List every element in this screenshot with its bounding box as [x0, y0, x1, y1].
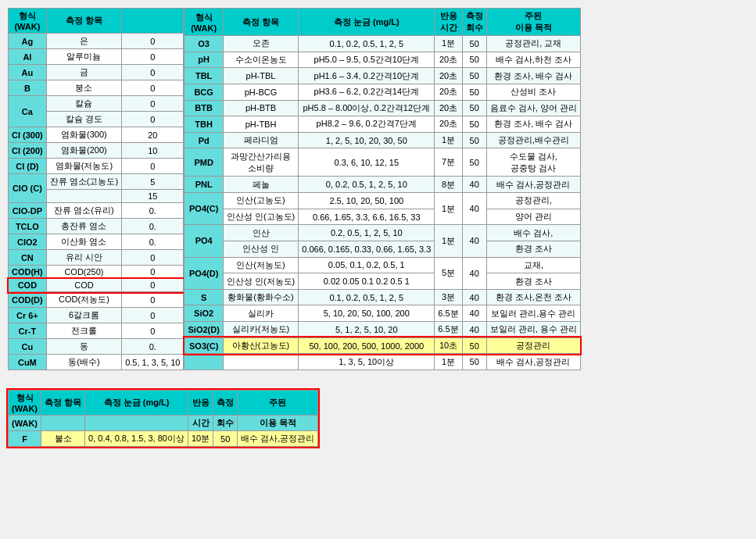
form-code: SO3(C) [185, 337, 223, 354]
purpose: 교재, [486, 257, 580, 273]
purpose: 환경 조사, 배수 검사 [486, 116, 580, 133]
measure-item: pH-BCG [223, 84, 298, 100]
form-code: COD(H) [9, 266, 47, 279]
bottom-header3: 측정 눈금 (mg/L) [85, 391, 188, 416]
form-code: Cr 6+ [9, 308, 47, 323]
measure-range: 0.066, 0.165, 0.33, 0.66, 1.65, 3.3 [299, 241, 435, 257]
table-row: PO4 인산 0.2, 0.5, 1, 2, 5, 10 1분 40 배수 검사… [185, 225, 580, 241]
bottom-subheader5: 회수 [213, 416, 238, 431]
bottom-header1: 형식(WAK) [9, 391, 41, 416]
purpose: 환경 조사, 배수 검사 [486, 68, 580, 84]
purpose: 공정관리 [486, 337, 580, 354]
form-code: PNL [185, 177, 223, 193]
bottom-header2: 측정 항목 [41, 391, 85, 416]
form-code: SiO2 [185, 305, 223, 322]
table-row: Pd 페라디엄 1, 2, 5, 10, 20, 30, 50 1분 50 공정… [185, 132, 580, 148]
bottom-table-row-highlighted: F 불소 0, 0.4, 0.8, 1.5, 3, 80이상 10분 50 배수… [9, 431, 318, 447]
purpose: 배수 검사,하천 조사 [486, 52, 580, 68]
measure-val: 15 [122, 190, 184, 203]
purpose: 양어 관리 [486, 209, 580, 225]
measure-val: 0 [122, 96, 184, 112]
measure-range: pH8.2 – 9.6, 0.2간격7단계 [299, 116, 435, 133]
form-code: COD [9, 279, 47, 292]
form-code: PO4 [185, 225, 223, 257]
measure-val: 0.5, 1, 3, 5, 10 [122, 355, 184, 370]
react-time: 20초 [435, 84, 462, 100]
table-row: O3 오존 0.1, 0.2, 0.5, 1, 2, 5 1분 50 공정관리,… [185, 36, 580, 52]
form-code: PO4(C) [185, 193, 223, 225]
bottom-header4: 반응 [188, 391, 213, 416]
measure-item: 인산성 인(고농도) [223, 209, 298, 225]
measure-item: 금 [46, 65, 121, 80]
measure-val: 0 [122, 266, 184, 279]
measure-count: 40 [462, 305, 486, 322]
react-time: 10초 [435, 337, 462, 354]
measure-count: 50 [462, 116, 486, 133]
measure-item: COD(250) [46, 266, 121, 279]
measure-count: 40 [462, 257, 486, 289]
measure-range: 1, 2, 5, 10, 20, 30, 50 [299, 132, 435, 148]
measure-val: 0 [122, 292, 184, 308]
measure-item [223, 354, 298, 370]
measure-item: 인산 [223, 225, 298, 241]
measure-item: 염화물(저농도) [46, 159, 121, 174]
react-time: 1분 [435, 193, 462, 225]
measure-item: 은 [46, 34, 121, 49]
table-row: Al 알루미늄 0 [9, 49, 184, 65]
measure-count: 50 [462, 36, 486, 52]
bottom-subheader3 [85, 416, 188, 431]
form-code: CI (200) [9, 143, 47, 159]
purpose: 배수 검사,공정관리 [238, 431, 318, 447]
measure-count: 50 [462, 132, 486, 148]
react-time: 20초 [435, 68, 462, 84]
measure-item: 인산(고농도) [223, 193, 298, 209]
purpose: 배수 검사, [486, 225, 580, 241]
measure-item: 페라디엄 [223, 132, 298, 148]
measure-val: 0. [122, 234, 184, 250]
form-code: O3 [185, 36, 223, 52]
measure-val: 0 [122, 159, 184, 174]
measure-item: 잔류 염소(고농도) [46, 174, 121, 190]
table-row: CIO2 이산화 염소 0. [9, 234, 184, 250]
react-time: 7분 [435, 148, 462, 177]
react-time: 6.5분 [435, 322, 462, 338]
react-time: 8분 [435, 177, 462, 193]
form-code: TBH [185, 116, 223, 133]
measure-item: 실리카(저농도) [223, 322, 298, 338]
form-code: Cr-T [9, 323, 47, 339]
bottom-header5: 측정 [213, 391, 238, 416]
table-row: TCLO 총잔류 염소 0. [9, 219, 184, 234]
measure-range: 5, 1, 2, 5, 10, 20 [299, 322, 435, 338]
form-code: CIO2 [9, 234, 47, 250]
table-row: CIO-DP 잔류 염소(유리) 0. [9, 203, 184, 219]
react-time: 20초 [435, 52, 462, 68]
react-time: 20초 [435, 100, 462, 116]
table-row: CIO (C) 잔류 염소(고농도) 5 [9, 174, 184, 190]
right-col-header1: 형식(WAK) [185, 9, 223, 36]
measure-item: 인산(저농도) [223, 257, 298, 273]
measure-range: 0.3, 6, 10, 12, 15 [299, 148, 435, 177]
measure-item: 6갈크롬 [46, 308, 121, 323]
measure-item: 염화물(200) [46, 143, 121, 159]
measure-item: 아황산(고농도) [223, 337, 298, 354]
measure-count: 40 [462, 193, 486, 225]
form-code: PO4(D) [185, 257, 223, 289]
right-table: 형식(WAK) 측정 항목 측정 눈금 (mg/L) 반응시간 측정회수 주된이… [184, 8, 580, 370]
bottom-subheader2 [41, 416, 85, 431]
measure-item: 페놀 [223, 177, 298, 193]
react-time: 1분 [435, 354, 462, 370]
bottom-header6: 주된 [238, 391, 318, 416]
form-code: CI (D) [9, 159, 47, 174]
form-code: BTB [185, 100, 223, 116]
measure-item: 오존 [223, 36, 298, 52]
form-code: S [185, 289, 223, 305]
form-code [185, 354, 223, 370]
measure-item: pH-TBL [223, 68, 298, 84]
measure-val: 0 [122, 49, 184, 65]
measure-item: COD(저농도) [46, 292, 121, 308]
measure-val: 0. [122, 219, 184, 234]
form-code: Pd [185, 132, 223, 148]
form-code: COD(D) [9, 292, 47, 308]
right-col-header2: 측정 항목 [223, 9, 298, 36]
measure-range: 0, 0.2, 0.5, 1, 2, 5, 10 [299, 177, 435, 193]
